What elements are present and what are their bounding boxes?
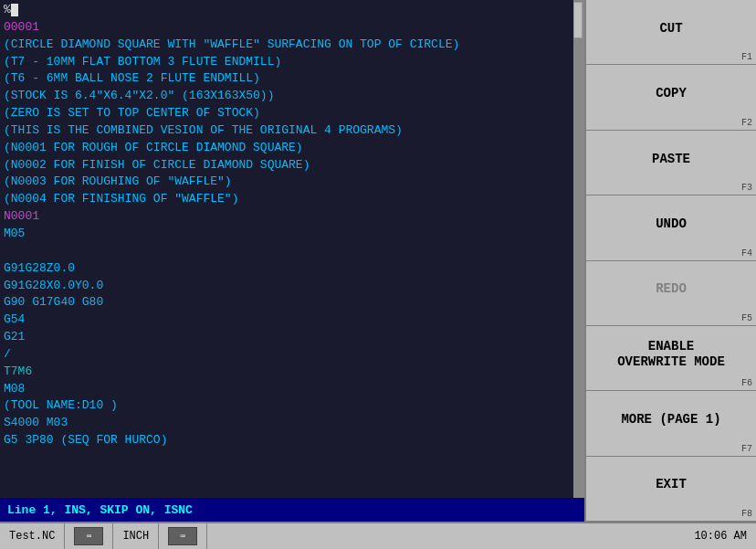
code-line-13: M05: [4, 226, 570, 243]
time-item: 10:06 AM: [685, 523, 756, 549]
kb-icon-left: ⌨: [74, 527, 103, 545]
code-line-0: %: [4, 2, 570, 19]
code-line-6: (ZERO IS SET TO TOP CENTER OF STOCK): [4, 105, 570, 122]
btn-label-6: MORE (PAGE 1): [621, 412, 720, 428]
code-line-25: G5 3P80 (SEQ FOR HURCO): [4, 432, 570, 449]
code-line-16: G91G28X0.0Y0.0: [4, 278, 570, 295]
code-line-8: (N0001 FOR ROUGH OF CIRCLE DIAMOND SQUAR…: [4, 140, 570, 157]
sidebar-btn-f6[interactable]: ENABLE OVERWRITE MODEF6: [586, 326, 756, 391]
bottom-bar: Test.NC ⌨ INCH ⌨ 10:06 AM: [0, 522, 756, 549]
filename: Test.NC: [9, 530, 55, 543]
main-area: %00001(CIRCLE DIAMOND SQUARE WITH "WAFFL…: [0, 0, 756, 522]
sidebar-btn-f7[interactable]: MORE (PAGE 1)F7: [586, 391, 756, 456]
filename-item: Test.NC: [0, 523, 65, 549]
sidebar-btn-f3[interactable]: PASTEF3: [586, 131, 756, 195]
editor-panel: %00001(CIRCLE DIAMOND SQUARE WITH "WAFFL…: [0, 0, 584, 522]
code-line-14: [4, 243, 570, 260]
code-line-19: G21: [4, 329, 570, 346]
btn-label-5: ENABLE OVERWRITE MODE: [617, 339, 725, 370]
btn-label-2: PASTE: [652, 152, 690, 167]
code-line-17: G90 G17G40 G80: [4, 294, 570, 311]
time-text: 10:06 AM: [694, 530, 747, 543]
btn-label-0: CUT: [659, 21, 682, 37]
btn-label-4: REDO: [656, 281, 687, 297]
code-line-21: T7M6: [4, 364, 570, 381]
fn-label-1: F2: [741, 118, 752, 128]
fn-label-4: F5: [741, 313, 752, 323]
code-line-11: (N0004 FOR FINISHING OF "WAFFLE"): [4, 191, 570, 208]
code-line-20: /: [4, 346, 570, 364]
code-line-1: 00001: [4, 19, 570, 37]
code-line-22: M08: [4, 381, 570, 398]
scrollbar-thumb[interactable]: [573, 2, 583, 38]
code-line-2: (CIRCLE DIAMOND SQUARE WITH "WAFFLE" SUR…: [4, 37, 570, 54]
fn-label-7: F8: [741, 509, 752, 519]
sidebar-btn-f1[interactable]: CUTF1: [586, 0, 756, 65]
code-line-9: (N0002 FOR FINISH OF CIRCLE DIAMOND SQUA…: [4, 157, 570, 174]
code-line-18: G54: [4, 311, 570, 329]
sidebar-btn-f4[interactable]: UNDOF4: [586, 195, 756, 260]
unit-text: INCH: [122, 530, 149, 543]
code-line-4: (T6 - 6MM BALL NOSE 2 FLUTE ENDMILL): [4, 70, 570, 88]
code-line-3: (T7 - 10MM FLAT BOTTOM 3 FLUTE ENDMILL): [4, 54, 570, 71]
code-line-12: N0001: [4, 208, 570, 226]
code-line-23: (TOOL NAME:D10 ): [4, 397, 570, 415]
keyboard-icon-left: ⌨: [65, 523, 113, 549]
keyboard-icon-right: ⌨: [159, 523, 207, 549]
unit-item: INCH: [113, 523, 159, 549]
code-line-10: (N0003 FOR ROUGHING OF "WAFFLE"): [4, 174, 570, 191]
scrollbar[interactable]: [573, 0, 584, 498]
fn-label-3: F4: [741, 248, 752, 259]
status-text: Line 1, INS, SKIP ON, ISNC: [7, 503, 193, 517]
status-bar: Line 1, INS, SKIP ON, ISNC: [0, 498, 584, 522]
btn-label-1: COPY: [656, 86, 687, 101]
sidebar-btn-f2[interactable]: COPYF2: [586, 65, 756, 130]
code-line-24: S4000 M03: [4, 415, 570, 432]
code-line-5: (STOCK IS 6.4"X6.4"X2.0" (163X163X50)): [4, 88, 570, 105]
btn-label-3: UNDO: [656, 216, 687, 232]
btn-label-7: EXIT: [656, 477, 687, 492]
sidebar-btn-f8[interactable]: EXITF8: [586, 457, 756, 522]
code-line-15: G91G28Z0.0: [4, 260, 570, 278]
fn-label-5: F6: [741, 378, 752, 388]
fn-label-0: F1: [741, 52, 752, 62]
sidebar-btn-f5[interactable]: REDOF5: [586, 261, 756, 326]
code-area[interactable]: %00001(CIRCLE DIAMOND SQUARE WITH "WAFFL…: [0, 0, 573, 498]
kb-icon-right: ⌨: [168, 527, 197, 545]
fn-label-6: F7: [741, 444, 752, 454]
code-line-7: (THIS IS THE COMBINED VESION OF THE ORIG…: [4, 122, 570, 140]
sidebar: CUTF1COPYF2PASTEF3UNDOF4REDOF5ENABLE OVE…: [584, 0, 756, 522]
fn-label-2: F3: [741, 183, 752, 193]
